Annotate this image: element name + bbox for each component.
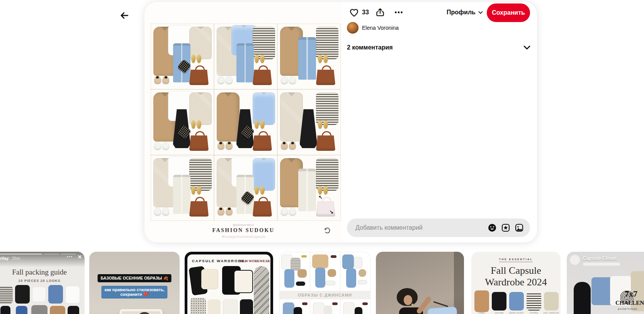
tan-bag — [328, 269, 336, 277]
shoe-or-earring-part — [154, 142, 161, 149]
blue-jeans — [16, 306, 27, 314]
collage-title: FASHION SUDOKU — [144, 227, 342, 234]
related-pin-fall-capsule-2024[interactable]: THE ESSENTIAL Fall Capsule Wardrobe 2024… — [471, 252, 561, 314]
decorative-shape — [524, 46, 530, 49]
linen-blazer — [280, 92, 302, 142]
gold-earrings — [255, 120, 265, 129]
white-top — [354, 257, 362, 268]
cap-toe-flats — [217, 142, 233, 149]
shoe-or-earring-part — [191, 186, 196, 195]
sticker-icon[interactable] — [501, 223, 510, 232]
decorative-shape — [379, 9, 382, 14]
save-button[interactable]: Сохранить — [487, 3, 530, 22]
comment-input[interactable] — [355, 224, 488, 232]
leather-bag — [253, 131, 272, 151]
related-pin-7x7-challenge[interactable]: 7x7 CHALLENGE @SOMETHINGWA Capsule Close… — [567, 252, 644, 314]
shoe-or-earring-part — [255, 55, 259, 63]
silk-scarf — [179, 127, 189, 137]
pin-title: CAPSULE WARDROBE: — [192, 259, 247, 263]
shoe-or-earring-part — [323, 120, 328, 129]
like-button[interactable] — [348, 7, 359, 18]
related-pin-fall-packing-guide[interactable]: Fall packing guide 10 PIECES 20 LOOKS ke… — [0, 252, 85, 314]
grid-line — [340, 252, 340, 314]
cap-toe-flats — [217, 207, 233, 215]
decorative-shape — [121, 13, 128, 18]
close-icon[interactable]: ✕ — [78, 254, 82, 260]
like-count: 33 — [362, 9, 369, 16]
shoe-or-earring-part — [217, 76, 224, 84]
shoe-or-earring-part — [281, 207, 288, 215]
story-more-button[interactable]: ••• — [67, 255, 73, 259]
leather-bag — [316, 65, 335, 85]
share-icon — [375, 7, 385, 17]
related-pin-try-on-video[interactable] — [376, 252, 464, 314]
shoe-or-earring-part — [281, 142, 288, 149]
back-button[interactable] — [117, 9, 131, 22]
bw-workwear-canvas: CAPSULE WARDROBE: B&W WORKWEAR — [187, 254, 270, 314]
shoe-or-earring-part — [162, 142, 169, 149]
overlay-title: Capsule Closet — [583, 256, 617, 261]
shoe-or-earring-part — [162, 76, 169, 84]
heart-icon — [349, 7, 359, 18]
shoe-or-earring-part — [318, 55, 323, 63]
board-selector[interactable]: Профиль — [447, 9, 484, 16]
author-row[interactable]: Elena Voronina — [347, 22, 399, 34]
pin-image[interactable]: @panidorabox FASHION SUDOKU #cozygirlcur… — [144, 2, 342, 242]
related-pin-autumn-base-looks[interactable]: БАЗОВЫЕ ОСЕННИЕ ОБРАЗЫ 🍂 как правильно с… — [89, 252, 180, 314]
jeans — [236, 43, 254, 82]
back-arrow-icon — [119, 10, 129, 20]
shoe-or-earring-part — [162, 207, 169, 215]
cap-toe-flats — [281, 142, 296, 149]
item-label: LEATHER JACKET — [491, 312, 508, 314]
shoe-or-earring-part — [289, 142, 296, 149]
knit-cardigan — [544, 292, 559, 311]
silk-scarf — [243, 193, 253, 203]
decorative-shape — [504, 226, 508, 230]
trench-coat — [217, 92, 239, 142]
more-options-button[interactable] — [393, 7, 404, 18]
white-sneakers — [281, 207, 296, 215]
expand-arrows-icon[interactable] — [318, 196, 334, 214]
jeans — [298, 37, 316, 80]
leather-bag — [189, 131, 209, 151]
white-sneakers — [358, 280, 367, 284]
refresh-icon[interactable] — [323, 226, 331, 235]
challenge-number: 7x7 — [625, 289, 637, 299]
overlay-avatar — [570, 255, 580, 265]
decorative-shape — [395, 12, 397, 14]
decorative-shape — [493, 226, 494, 227]
related-pin-jeans-outfits[interactable]: ОБРАЗЫ С ДЖИНСАМИ — [279, 252, 370, 314]
denim-shirt — [283, 302, 294, 314]
avatar[interactable] — [347, 22, 359, 34]
white-sneakers — [154, 207, 169, 215]
black-cami — [355, 307, 362, 314]
white-sneakers — [325, 281, 335, 285]
black-trousers — [240, 299, 253, 314]
shoe-or-earring-part — [260, 55, 265, 63]
eyebrow: THE ESSENTIAL — [471, 258, 561, 261]
gold-earrings — [318, 186, 328, 195]
gold-earrings — [255, 55, 265, 63]
photo-icon[interactable] — [515, 223, 524, 232]
emoji-icon[interactable] — [488, 223, 497, 232]
share-button[interactable] — [375, 7, 386, 18]
blue-shirt-on-hanger — [427, 306, 459, 314]
challenge-word: CHALLENGE — [615, 300, 644, 306]
shoe-or-earring-part — [217, 207, 224, 215]
comment-box — [347, 218, 530, 237]
pin-caption: @panidorabox FASHION SUDOKU #cozygirlcur… — [144, 223, 342, 239]
white-tee — [32, 287, 46, 302]
comments-toggle[interactable] — [522, 43, 532, 52]
striped-cardigan — [0, 286, 13, 304]
board-selector-label: Профиль — [447, 9, 476, 16]
white-shirt — [343, 302, 355, 314]
related-pin-bw-workwear[interactable]: CAPSULE WARDROBE: B&W WORKWEAR — [185, 252, 273, 314]
author-handle: @panidorabox — [144, 223, 342, 227]
shoe-or-earring-part — [260, 120, 265, 129]
overlay-subtitle-bar — [583, 263, 620, 266]
black-skirt — [68, 306, 79, 314]
decorative-shape — [517, 228, 523, 231]
shoe-or-earring-part — [289, 207, 296, 215]
video-label-line2: сохраните ❤️ — [120, 292, 148, 297]
leather-bag — [189, 196, 209, 217]
